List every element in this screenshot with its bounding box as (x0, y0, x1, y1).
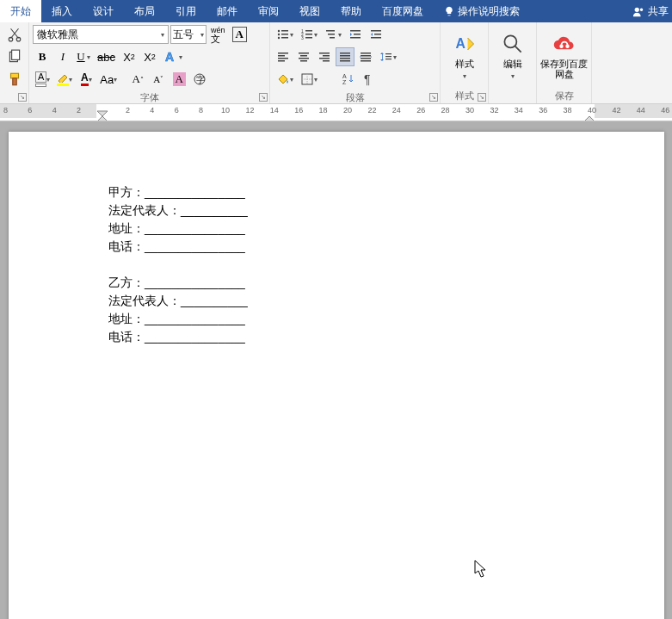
strikethrough-button[interactable]: abc (95, 47, 118, 66)
styles-button[interactable]: A 样式 ▾ (444, 24, 484, 88)
copy-button[interactable] (4, 46, 25, 67)
svg-text:¶: ¶ (364, 72, 371, 86)
group-label-clipboard (0, 91, 28, 103)
svg-rect-19 (305, 34, 312, 35)
svg-rect-13 (281, 34, 288, 35)
multilevel-list-button[interactable]: ▾ (322, 25, 344, 44)
character-border-button[interactable]: A (230, 25, 250, 44)
ribbon-tabs: 开始 插入 设计 布局 引用 邮件 审阅 视图 帮助 百度网盘 操作说明搜索 共… (0, 0, 672, 22)
align-distributed-button[interactable] (356, 47, 375, 66)
align-center-button[interactable] (294, 47, 313, 66)
svg-rect-5 (10, 73, 18, 78)
svg-rect-33 (278, 58, 288, 59)
svg-rect-29 (374, 34, 381, 35)
tab-view[interactable]: 视图 (289, 0, 330, 22)
tab-baidu[interactable]: 百度网盘 (372, 0, 434, 22)
svg-rect-32 (278, 55, 285, 57)
first-line-indent-marker[interactable] (96, 110, 108, 121)
svg-rect-24 (330, 37, 335, 39)
svg-rect-48 (361, 55, 371, 57)
font-size-combo[interactable]: 五号▾ (170, 25, 207, 44)
find-icon (501, 32, 525, 56)
svg-text:3: 3 (301, 35, 304, 40)
tab-share[interactable]: 共享 (622, 0, 672, 22)
svg-point-65 (565, 45, 569, 48)
svg-rect-50 (361, 60, 371, 62)
clear-formatting-button[interactable]: A (170, 70, 188, 89)
bold-button[interactable]: B (33, 47, 52, 66)
bullets-button[interactable]: ▾ (274, 25, 296, 44)
tab-design[interactable]: 设计 (83, 0, 124, 22)
cut-button[interactable] (4, 24, 25, 45)
font-dialog-launcher[interactable] (259, 93, 268, 102)
text-effects-button[interactable]: A▾ (161, 47, 185, 66)
svg-rect-28 (371, 30, 381, 32)
line-spacing-button[interactable]: ▾ (377, 47, 399, 66)
document-page[interactable]: 甲方：_______________ 法定代表人：__________ 地址：_… (9, 132, 664, 619)
clipboard-dialog-launcher[interactable] (18, 93, 27, 102)
highlighter-icon (57, 73, 69, 83)
svg-rect-47 (361, 53, 371, 54)
svg-text:A: A (455, 36, 465, 51)
svg-rect-43 (340, 53, 350, 54)
change-case-button[interactable]: Aa▾ (97, 70, 120, 89)
group-styles: A 样式 ▾ 样式 (441, 22, 489, 103)
grow-font-button[interactable]: A˄ (128, 70, 147, 89)
show-marks-button[interactable]: ¶ (360, 70, 379, 89)
editing-button[interactable]: 编辑 ▾ (492, 24, 533, 88)
shading-button[interactable]: ▾ (274, 70, 296, 89)
svg-rect-11 (281, 30, 288, 32)
font-name-combo[interactable]: 微软雅黑▾ (33, 25, 169, 44)
align-left-button[interactable] (274, 47, 293, 66)
paragraph-dialog-launcher[interactable] (429, 93, 438, 102)
group-font: 微软雅黑▾ 五号▾ wén文 A B I U▾ abc X2 X2 A▾ (29, 22, 270, 103)
svg-point-0 (635, 8, 639, 12)
tab-mailings[interactable]: 邮件 (207, 0, 248, 22)
increase-indent-button[interactable] (367, 25, 385, 44)
shrink-font-button[interactable]: A˅ (149, 70, 168, 89)
svg-rect-38 (300, 60, 307, 62)
tab-home[interactable]: 开始 (0, 0, 41, 22)
enclose-characters-button[interactable]: 字 (190, 70, 209, 89)
horizontal-ruler[interactable]: 8642246810121416182022242628303234363840… (0, 104, 672, 121)
italic-button[interactable]: I (53, 47, 72, 66)
format-painter-button[interactable] (4, 69, 25, 90)
document-area: 甲方：_______________ 法定代表人：__________ 地址：_… (0, 121, 672, 619)
svg-text:A: A (342, 73, 347, 79)
svg-rect-26 (354, 34, 361, 35)
save-to-baidu-button[interactable]: 保存到百度网盘 (540, 24, 588, 88)
subscript-button[interactable]: X2 (120, 47, 139, 66)
svg-rect-39 (319, 53, 330, 54)
group-label-styles: 样式 (441, 90, 488, 103)
group-clipboard (0, 22, 29, 103)
doc-line-addr-b: 地址：_______________ (108, 310, 664, 328)
svg-rect-31 (278, 53, 288, 54)
sort-button[interactable]: AZ (339, 70, 358, 89)
decrease-indent-button[interactable] (346, 25, 365, 44)
svg-point-14 (278, 37, 280, 39)
svg-rect-42 (323, 60, 330, 62)
phonetic-guide-button[interactable]: wén文 (208, 25, 228, 44)
group-save: 保存到百度网盘 保存 (537, 22, 592, 103)
font-color-button[interactable]: A▾ (77, 70, 96, 89)
svg-rect-30 (371, 37, 381, 39)
superscript-button[interactable]: X2 (140, 47, 159, 66)
tab-help[interactable]: 帮助 (330, 0, 372, 22)
svg-rect-4 (11, 50, 19, 59)
tab-insert[interactable]: 插入 (41, 0, 83, 22)
align-right-button[interactable] (315, 47, 334, 66)
text-highlight-color-button[interactable]: ▾ (54, 70, 75, 89)
enclose-icon: 字 (193, 72, 207, 86)
underline-button[interactable]: U▾ (74, 47, 93, 66)
align-justify-button[interactable] (336, 47, 354, 66)
tab-tellme[interactable]: 操作说明搜索 (434, 0, 530, 22)
tab-layout[interactable]: 布局 (124, 0, 165, 22)
styles-dialog-launcher[interactable] (478, 93, 486, 102)
borders-button[interactable]: ▾ (298, 70, 320, 89)
tab-review[interactable]: 审阅 (248, 0, 289, 22)
right-indent-marker[interactable] (583, 110, 595, 121)
highlight-button[interactable]: A▾ (33, 70, 52, 89)
group-label-paragraph: 段落 (270, 91, 440, 103)
numbering-button[interactable]: 123▾ (298, 25, 320, 44)
tab-references[interactable]: 引用 (165, 0, 207, 22)
